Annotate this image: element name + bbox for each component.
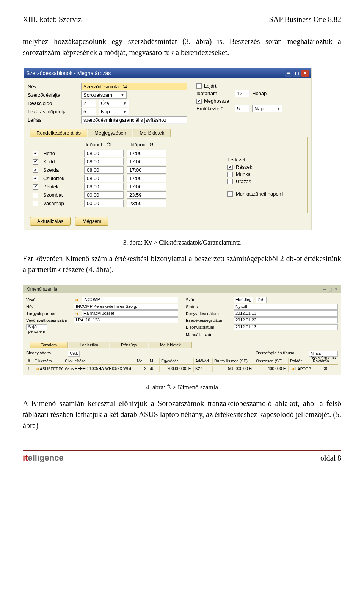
tab-availability[interactable]: Rendelkezésre állás: [30, 129, 87, 137]
link-arrow-icon[interactable]: ➜: [35, 366, 40, 372]
input-szam[interactable]: 256: [256, 297, 266, 303]
checkbox-day[interactable]: [33, 159, 38, 165]
coverage-title: Fedezet: [228, 157, 303, 163]
time-from[interactable]: 08:00: [84, 175, 124, 182]
day-row: Csütörtök08:0017:00: [33, 175, 219, 182]
input-idotartam-num[interactable]: 12: [235, 90, 250, 97]
input-vevo[interactable]: INCOMP: [82, 297, 178, 303]
label-idotartam: Időtartam: [196, 91, 232, 96]
tab-attachments[interactable]: Mellékletek: [133, 129, 171, 137]
maximize-icon[interactable]: ▢: [328, 287, 332, 292]
input-nev[interactable]: Szerződésminta_04: [81, 83, 187, 90]
checkbox-holidays[interactable]: [228, 191, 233, 197]
time-from[interactable]: 08:00: [84, 166, 124, 174]
checkbox-day[interactable]: [33, 151, 38, 156]
label-szam: Szám: [186, 298, 231, 302]
tab-logistics[interactable]: Logisztika: [69, 342, 109, 348]
time-from[interactable]: 08:00: [84, 158, 124, 165]
checkbox-day[interactable]: [33, 193, 38, 198]
label-vevo: Vevő: [26, 298, 72, 302]
table-row[interactable]: 1 ➜ASUSEEEPC Asus EEEPC 1005HA-WHI059X W…: [26, 365, 338, 372]
input-reakcio-num[interactable]: 2: [81, 100, 96, 107]
checkbox-coverage[interactable]: [228, 172, 233, 177]
day-name: Szombat: [43, 192, 81, 198]
minimize-icon[interactable]: ━: [285, 70, 292, 77]
time-from[interactable]: 00:00: [84, 200, 124, 207]
tab-finance[interactable]: Pénzügy: [110, 342, 148, 348]
day-row: Péntek08:0017:00: [33, 183, 219, 190]
day-row: Hétfő08:0017:00: [33, 150, 219, 157]
input-vref[interactable]: LPA_10_123: [74, 317, 178, 323]
col-to: Időpont IG:: [130, 142, 175, 147]
dropdown-currency[interactable]: Saját pénznem: [26, 324, 47, 330]
col-from: Időpont TÓL:: [86, 142, 130, 147]
tab-panel-availability: Időpont TÓL: Időpont IG: Hétfő08:0017:00…: [28, 137, 308, 213]
maximize-icon[interactable]: ▢: [293, 70, 301, 77]
day-name: Csütörtök: [43, 176, 81, 181]
checkbox-day[interactable]: [33, 184, 38, 190]
label-status: Státus: [186, 304, 231, 309]
time-to[interactable]: 17:00: [127, 175, 166, 182]
checkbox-lejart[interactable]: [196, 83, 202, 89]
input-konyv[interactable]: 2012.01.13: [234, 310, 338, 317]
link-arrow-icon[interactable]: ➜: [74, 297, 79, 303]
coverage-label: Munka: [236, 171, 251, 177]
label-esed: Esedékességi dátum: [186, 318, 231, 323]
input-esed[interactable]: 2012.01.23: [234, 317, 338, 323]
day-row: Szerda08:0017:00: [33, 166, 219, 174]
dropdown-szam-type[interactable]: Elsődleg: [234, 297, 253, 303]
link-arrow-icon[interactable]: ➜: [290, 366, 295, 372]
dropdown-reakcio-unit[interactable]: Óra▼: [99, 100, 129, 107]
checkbox-coverage[interactable]: [228, 165, 233, 170]
dropdown-osszef[interactable]: Nincs összefoglalás: [309, 351, 338, 357]
close-icon[interactable]: ✕: [301, 70, 309, 77]
coverage-label: Utazás: [236, 179, 251, 184]
checkbox-day[interactable]: [33, 176, 38, 181]
coverage-item: Munka: [228, 171, 303, 177]
label-bizony: Bizonylatdátum: [186, 325, 231, 329]
checkbox-coverage[interactable]: [228, 179, 233, 184]
chevron-down-icon: ▼: [276, 107, 280, 111]
label-reakcio: Reakcióidő: [28, 100, 79, 106]
input-nev2[interactable]: INCOMP Kereskedelmi és Szolg:: [74, 304, 178, 310]
tab-notes[interactable]: Megjegyzések: [88, 129, 132, 137]
input-leiras[interactable]: szerződésminta garanciális javításhoz: [81, 116, 187, 124]
update-button[interactable]: Aktualizálás: [30, 217, 71, 226]
cancel-button[interactable]: Mégsem: [75, 217, 108, 226]
dropdown-bizonylatfajta[interactable]: Cikk: [68, 351, 80, 357]
header-rule: [23, 25, 341, 25]
time-to[interactable]: 17:00: [127, 166, 166, 174]
chevron-down-icon: ▼: [121, 93, 124, 97]
time-from[interactable]: 00:00: [84, 191, 124, 199]
input-lezaras-num[interactable]: 5: [81, 108, 96, 115]
grid-header: # Cikkszám Cikk leírása Me... M... Egysé…: [26, 358, 338, 365]
checkbox-day[interactable]: [33, 201, 38, 206]
label-holidays: Munkaszüneti napok i: [236, 191, 284, 197]
input-bizony[interactable]: 2012.01.13: [234, 324, 338, 330]
tab-attachments2[interactable]: Mellékletek: [149, 342, 192, 348]
time-to[interactable]: 17:00: [127, 158, 166, 165]
time-to[interactable]: 17:00: [127, 150, 166, 157]
coverage-item: Részek: [228, 164, 303, 170]
checkbox-day[interactable]: [33, 168, 38, 173]
time-from[interactable]: 08:00: [84, 150, 124, 157]
time-from[interactable]: 08:00: [84, 183, 124, 190]
input-emlek-num[interactable]: 5: [235, 105, 250, 112]
label-leiras: Leírás: [28, 117, 79, 123]
time-to[interactable]: 17:00: [127, 183, 166, 190]
close-icon[interactable]: ✕: [334, 287, 338, 292]
minimize-icon[interactable]: ━: [323, 287, 326, 292]
checkbox-meghossz[interactable]: [196, 99, 202, 104]
dropdown-fajta[interactable]: Sorozatszám▼: [81, 91, 127, 99]
link-arrow-icon[interactable]: ➜: [74, 311, 79, 316]
coverage-item: Utazás: [228, 179, 303, 184]
tab-content[interactable]: Tartalom: [30, 342, 68, 348]
coverage-label: Részek: [236, 164, 252, 170]
time-to[interactable]: 23:59: [127, 191, 166, 199]
paragraph-1: melyhez hozzákapcsolunk egy szerződésmin…: [23, 36, 341, 58]
time-to[interactable]: 23:59: [127, 200, 166, 207]
dropdown-lezaras-unit[interactable]: Nap▼: [99, 108, 129, 115]
page-number: oldal 8: [320, 454, 341, 462]
dropdown-emlek-unit[interactable]: Nap▼: [252, 105, 282, 112]
input-targyalo[interactable]: Halmágyi József: [82, 310, 178, 317]
